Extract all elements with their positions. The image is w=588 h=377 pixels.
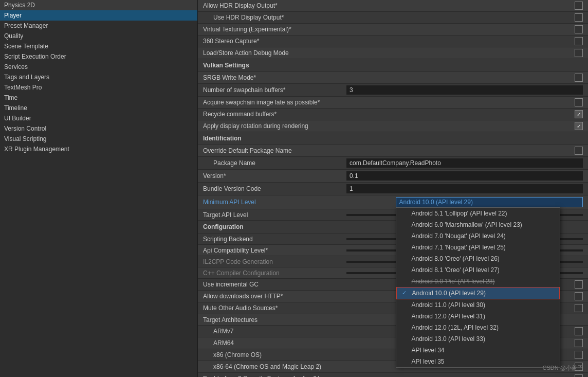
sidebar-item-scene-template[interactable]: Scene Template [0,41,197,51]
sidebar-item-tags-and-layers[interactable]: Tags and Layers [0,72,197,82]
label-swapchain-buffers: Number of swapchain buffers* [203,86,346,94]
checkbox-360-stereo[interactable] [575,37,583,45]
minimum-api-dropdown-selected[interactable]: Android 10.0 (API level 29) [396,197,583,207]
row-use-hdr: Use HDR Display Output* [198,12,588,24]
label-recycle-command: Recycle command buffers* [203,111,575,118]
label-version: Version* [203,172,346,179]
sidebar-item-timeline[interactable]: Timeline [0,103,197,113]
label-srgb-write: SRGB Write Mode* [203,74,575,81]
dropdown-option[interactable]: Android 10.0 (API level 29) [396,287,560,299]
label-api-compat: Api Compatibility Level* [203,247,346,254]
checkbox-use-hdr[interactable] [575,13,583,22]
row-srgb-write: SRGB Write Mode* [198,72,588,84]
value-bundle-version[interactable]: 1 [346,184,583,193]
row-virtual-texturing: Virtual Texturing (Experimental)* [198,24,588,35]
sidebar-item-script-execution-order[interactable]: Script Execution Order [0,51,197,62]
vulkan-section-header: Vulkan Settings [198,59,588,72]
dropdown-option[interactable]: Android 12.0 (API level 31) [396,311,560,322]
row-allow-hdr: Allow HDR Display Output* [198,0,588,12]
label-acquire-swapchain: Acquire swapchain image late as possible… [203,99,575,106]
checkbox-acquire-swapchain[interactable] [575,98,583,106]
checkbox-allow-downloads[interactable] [575,292,583,300]
checkbox-armv9-security[interactable] [575,374,583,377]
dropdown-option[interactable]: API level 35 [396,356,560,367]
sidebar-item-textmesh-pro[interactable]: TextMesh Pro [0,82,197,93]
checkbox-override-package-name[interactable] [575,147,583,155]
checkbox-incremental-gc[interactable] [575,280,583,289]
checkbox-srgb-write[interactable] [575,74,583,82]
dropdown-option[interactable]: Android 7.0 'Nougat' (API level 24) [396,230,560,242]
dropdown-option[interactable]: Android 5.1 'Lollipop' (API level 22) [396,208,560,219]
row-version: Version* 0.1 [198,170,588,183]
dropdown-option[interactable]: Android 7.1 'Nougat' (API level 25) [396,242,560,253]
label-allow-hdr: Allow HDR Display Output* [203,2,575,9]
row-recycle-command: Recycle command buffers* [198,109,588,120]
label-360-stereo: 360 Stereo Capture* [203,38,575,45]
watermark: CSDN @小盖子 [543,364,583,372]
row-apply-display-rotation: Apply display rotation during rendering [198,120,588,132]
label-apply-display-rotation: Apply display rotation during rendering [203,122,575,130]
sidebar-item-xr-plugin-management[interactable]: XR Plugin Management [0,144,197,154]
sidebar: Physics 2D Player Preset Manager Quality… [0,0,198,377]
checkbox-arm64[interactable] [575,339,583,347]
row-load-store: Load/Store Action Debug Mode [198,47,588,59]
label-use-hdr: Use HDR Display Output* [203,14,575,21]
label-cpp-compiler: C++ Compiler Configuration [203,270,346,277]
checkbox-apply-display-rotation[interactable] [575,122,583,130]
checkbox-load-store[interactable] [575,49,583,57]
minimum-api-dropdown-list: Android 5.1 'Lollipop' (API level 22)And… [396,207,560,368]
label-bundle-version: Bundle Version Code [203,185,346,192]
checkbox-x86[interactable] [575,351,583,359]
sidebar-item-preset-manager[interactable]: Preset Manager [0,21,197,31]
row-360-stereo: 360 Stereo Capture* [198,35,588,47]
dropdown-option[interactable]: Android 13.0 (API level 33) [396,333,560,345]
label-virtual-texturing: Virtual Texturing (Experimental)* [203,26,575,33]
label-armv9-security: Enable Armv9 Security Features for Arm64 [203,375,575,377]
sidebar-item-visual-scripting[interactable]: Visual Scripting [0,134,197,144]
label-scripting-backend: Scripting Backend [203,236,346,243]
dropdown-option[interactable]: Android 8.0 'Oreo' (API level 26) [396,253,560,264]
dropdown-option[interactable]: Android 12.0 (12L, API level 32) [396,322,560,333]
row-acquire-swapchain: Acquire swapchain image late as possible… [198,97,588,109]
dropdown-option[interactable]: Android 8.1 'Oreo' (API level 27) [396,264,560,276]
sidebar-item-services[interactable]: Services [0,62,197,72]
identification-section-header: Identification [198,132,588,145]
row-armv9-security: Enable Armv9 Security Features for Arm64 [198,373,588,377]
checkbox-mute-audio[interactable] [575,304,583,312]
sidebar-item-time[interactable]: Time [0,93,197,103]
value-package-name[interactable]: com.DefaultCompany.ReadPhoto [346,158,583,168]
label-il2cpp-code-gen: IL2CPP Code Generation [203,258,346,265]
label-load-store: Load/Store Action Debug Mode [203,49,575,57]
row-swapchain-buffers: Number of swapchain buffers* 3 [198,84,588,97]
dropdown-option[interactable]: API level 34 [396,345,560,356]
label-package-name: Package Name [203,159,346,167]
label-target-api: Target API Level [203,211,346,219]
checkbox-armv7[interactable] [575,327,583,335]
dropdown-option[interactable]: Android 6.0 'Marshmallow' (API level 23) [396,219,560,230]
checkbox-allow-hdr[interactable] [575,2,583,10]
dropdown-option[interactable]: Android 11.0 (API level 30) [396,299,560,311]
row-override-package-name: Override Default Package Name [198,145,588,157]
checkbox-recycle-command[interactable] [575,110,583,118]
value-version[interactable]: 0.1 [346,171,583,181]
row-bundle-version: Bundle Version Code 1 [198,183,588,195]
label-override-package-name: Override Default Package Name [203,147,575,154]
sidebar-item-ui-builder[interactable]: UI Builder [0,113,197,123]
row-minimum-api: Minimum API Level Android 10.0 (API leve… [198,195,588,209]
sidebar-item-version-control[interactable]: Version Control [0,123,197,134]
minimum-api-dropdown-container: Android 10.0 (API level 29) Android 5.1 … [396,197,583,207]
main-content: Allow HDR Display Output* Use HDR Displa… [198,0,588,377]
checkbox-virtual-texturing[interactable] [575,25,583,33]
dropdown-option[interactable]: Android 9.0 'Pie' (API level 28) [396,276,560,287]
sidebar-item-quality[interactable]: Quality [0,31,197,41]
value-swapchain-buffers[interactable]: 3 [346,85,583,95]
sidebar-item-physics2d[interactable]: Physics 2D [0,0,197,10]
row-package-name: Package Name com.DefaultCompany.ReadPhot… [198,157,588,170]
sidebar-item-player[interactable]: Player [0,10,197,21]
label-minimum-api: Minimum API Level [203,199,396,206]
